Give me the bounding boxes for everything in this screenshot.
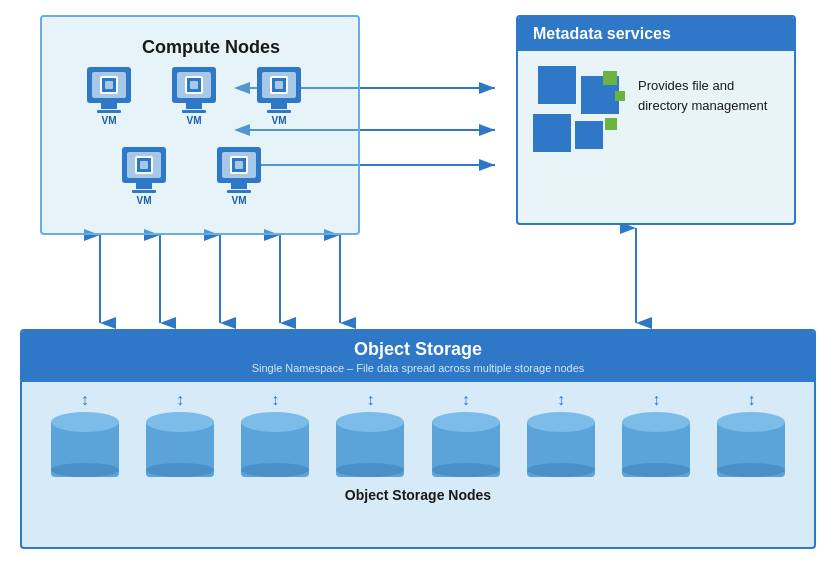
cylinder-4 xyxy=(336,412,404,477)
cylinder-bottom-8 xyxy=(717,463,785,477)
vm-screen-5 xyxy=(222,152,256,178)
metadata-title: Metadata services xyxy=(518,17,794,51)
sq-green-3 xyxy=(605,118,617,130)
cylinder-bottom-6 xyxy=(527,463,595,477)
vm-monitor-4 xyxy=(122,147,166,183)
vm-label-5: VM xyxy=(232,195,247,206)
cylinder-wrapper-2: ↕ xyxy=(146,392,214,477)
cylinder-wrapper-5: ↕ xyxy=(432,392,500,477)
cylinder-3 xyxy=(241,412,309,477)
cylinder-7 xyxy=(622,412,690,477)
cylinder-5 xyxy=(432,412,500,477)
object-storage-box: Object Storage Single Namespace – File d… xyxy=(20,329,816,549)
cylinder-top-5 xyxy=(432,412,500,432)
cylinder-top-8 xyxy=(717,412,785,432)
cylinder-2 xyxy=(146,412,214,477)
cylinders-container: ↕ ↕ ↕ xyxy=(22,382,814,482)
cylinder-top-3 xyxy=(241,412,309,432)
vm-icon-2: VM xyxy=(172,67,216,126)
metadata-squares xyxy=(533,66,623,176)
vm-label-4: VM xyxy=(137,195,152,206)
cylinder-wrapper-4: ↕ xyxy=(336,392,404,477)
vm-screen-3 xyxy=(262,72,296,98)
sq-1 xyxy=(538,66,576,104)
vm-label-3: VМ xyxy=(272,115,287,126)
cylinder-bottom-3 xyxy=(241,463,309,477)
arrow-updown-5: ↕ xyxy=(462,392,470,408)
cylinder-top-1 xyxy=(51,412,119,432)
arrow-updown-1: ↕ xyxy=(81,392,89,408)
cylinder-wrapper-7: ↕ xyxy=(622,392,690,477)
cylinder-top-2 xyxy=(146,412,214,432)
object-storage-title: Object Storage xyxy=(37,339,799,360)
sq-3 xyxy=(533,114,571,152)
vm-icon-5: VM xyxy=(217,147,261,206)
object-storage-subtitle: Single Namespace – File data spread acro… xyxy=(37,362,799,374)
vm-label-2: VM xyxy=(187,115,202,126)
arrow-updown-6: ↕ xyxy=(557,392,565,408)
cylinder-bottom-1 xyxy=(51,463,119,477)
arrow-updown-3: ↕ xyxy=(271,392,279,408)
arrow-updown-2: ↕ xyxy=(176,392,184,408)
cylinder-top-4 xyxy=(336,412,404,432)
vm-monitor-3 xyxy=(257,67,301,103)
vm-screen-4 xyxy=(127,152,161,178)
arrow-updown-4: ↕ xyxy=(366,392,374,408)
cylinder-wrapper-8: ↕ xyxy=(717,392,785,477)
sq-green-2 xyxy=(615,91,625,101)
compute-nodes-box: Compute Nodes VM VM xyxy=(40,15,360,235)
metadata-content: Provides file and directory management xyxy=(518,51,794,191)
cylinder-top-6 xyxy=(527,412,595,432)
object-storage-nodes-label: Object Storage Nodes xyxy=(22,487,814,503)
vm-label-1: VM xyxy=(102,115,117,126)
vm-screen-2 xyxy=(177,72,211,98)
cylinder-bottom-5 xyxy=(432,463,500,477)
vm-monitor-1 xyxy=(87,67,131,103)
cylinder-bottom-2 xyxy=(146,463,214,477)
vm-icon-3: VМ xyxy=(257,67,301,126)
vm-screen-1 xyxy=(92,72,126,98)
compute-nodes-title: Compute Nodes xyxy=(142,37,280,58)
vm-box-1 xyxy=(100,76,118,94)
sq-4 xyxy=(575,121,603,149)
vm-monitor-5 xyxy=(217,147,261,183)
vm-box-4 xyxy=(135,156,153,174)
cylinder-bottom-4 xyxy=(336,463,404,477)
cylinder-top-7 xyxy=(622,412,690,432)
cylinder-6 xyxy=(527,412,595,477)
vm-box-3 xyxy=(270,76,288,94)
cylinder-wrapper-1: ↕ xyxy=(51,392,119,477)
vm-box-5 xyxy=(230,156,248,174)
vm-monitor-2 xyxy=(172,67,216,103)
vm-icon-4: VM xyxy=(122,147,166,206)
vm-box-2 xyxy=(185,76,203,94)
cylinder-8 xyxy=(717,412,785,477)
object-storage-header: Object Storage Single Namespace – File d… xyxy=(22,331,814,382)
cylinder-bottom-7 xyxy=(622,463,690,477)
cylinder-1 xyxy=(51,412,119,477)
vm-icon-1: VM xyxy=(87,67,131,126)
metadata-services-box: Metadata services Provides file and dire… xyxy=(516,15,796,225)
cylinder-wrapper-3: ↕ xyxy=(241,392,309,477)
arrow-updown-7: ↕ xyxy=(652,392,660,408)
arrow-updown-8: ↕ xyxy=(747,392,755,408)
metadata-description: Provides file and directory management xyxy=(638,66,779,115)
sq-green-1 xyxy=(603,71,617,85)
diagram-container: Compute Nodes VM VM xyxy=(0,0,836,569)
cylinder-wrapper-6: ↕ xyxy=(527,392,595,477)
